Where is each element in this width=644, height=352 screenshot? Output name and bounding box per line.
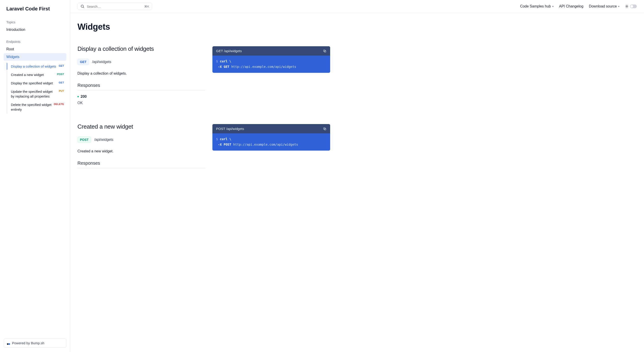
- nav-label: API Changelog: [559, 4, 584, 9]
- code-panel: POST /api/widgets $ curl \ -X POST http:…: [212, 124, 330, 151]
- status-dot-icon: [78, 96, 79, 97]
- endpoint-title: Created a new widget: [78, 123, 205, 130]
- sidebar-subnav: Display a collection of widgets GET Crea…: [7, 62, 66, 114]
- method-tag: PUT: [59, 89, 64, 92]
- nav-label: Code Samples hub: [520, 4, 551, 9]
- endpoint-description: Created a new widget.: [78, 149, 205, 153]
- svg-line-10: [628, 5, 628, 6]
- sidebar-item-widgets[interactable]: Widgets: [4, 53, 66, 61]
- endpoint-path: /api/widgets: [92, 60, 112, 64]
- sun-icon: [625, 5, 628, 8]
- svg-point-2: [626, 6, 627, 7]
- sidebar: Laravel Code First Topics Introduction E…: [0, 0, 70, 352]
- code-header: POST /api/widgets: [212, 124, 330, 133]
- method-badge: POST: [78, 136, 91, 143]
- code-header-text: POST /api/widgets: [216, 127, 244, 131]
- theme-toggle[interactable]: [625, 5, 637, 8]
- svg-point-0: [81, 5, 84, 8]
- response-code: 200: [80, 95, 87, 99]
- header: ⌘K Code Samples hub ▾ API Changelog Down…: [70, 0, 644, 13]
- nav-api-changelog[interactable]: API Changelog: [559, 4, 584, 9]
- powered-by[interactable]: Powered by Bump.sh: [4, 339, 66, 347]
- toggle-track[interactable]: [630, 5, 637, 8]
- endpoint-title: Display a collection of widgets: [78, 45, 205, 52]
- method-tag: GET: [59, 81, 64, 84]
- search-box[interactable]: ⌘K: [78, 3, 152, 10]
- sidebar-subitem-update[interactable]: Update the specified widget by replacing…: [7, 87, 66, 100]
- powered-label: Powered by Bump.sh: [12, 341, 44, 345]
- sidebar-subitem-label: Update the specified widget by replacing…: [11, 89, 59, 99]
- toggle-thumb: [630, 5, 633, 8]
- sidebar-subitem-display-one[interactable]: Display the specified widget GET: [7, 79, 66, 87]
- bump-icon: [7, 341, 10, 345]
- sidebar-item-root[interactable]: Root: [4, 45, 66, 53]
- sidebar-subitem-delete[interactable]: Delete the specified widget entirely DEL…: [7, 100, 66, 114]
- svg-line-6: [628, 7, 628, 8]
- response-text: OK: [78, 101, 205, 105]
- method-badge: GET: [78, 59, 89, 65]
- svg-line-5: [626, 5, 626, 6]
- endpoint-description: Display a collection of widgets.: [78, 71, 205, 76]
- endpoint-path: /api/widgets: [94, 138, 114, 142]
- sidebar-subitem-label: Delete the specified widget entirely: [11, 102, 54, 112]
- responses-heading: Responses: [78, 83, 205, 90]
- svg-line-1: [83, 7, 84, 8]
- endpoints-label: Endpoints: [4, 38, 66, 45]
- chevron-down-icon: ▾: [552, 5, 554, 8]
- nav-download-source[interactable]: Download source ▾: [589, 4, 620, 9]
- code-body[interactable]: $ curl \ -X POST http://api.example.com/…: [212, 133, 330, 151]
- sidebar-item-introduction[interactable]: Introduction: [4, 26, 66, 34]
- svg-line-9: [626, 7, 626, 8]
- search-shortcut: ⌘K: [144, 5, 149, 8]
- sidebar-subitem-label: Created a new widget: [11, 72, 57, 77]
- response-code-row: 200: [78, 95, 205, 99]
- main: ⌘K Code Samples hub ▾ API Changelog Down…: [70, 0, 644, 352]
- topics-label: Topics: [4, 19, 66, 26]
- method-tag: GET: [59, 64, 64, 67]
- method-tag: DELETE: [54, 102, 64, 105]
- sidebar-subitem-create[interactable]: Created a new widget POST: [7, 71, 66, 79]
- sidebar-subitem-label: Display the specified widget: [11, 81, 59, 86]
- search-input[interactable]: [87, 5, 142, 9]
- copy-icon[interactable]: [323, 49, 326, 53]
- content: Widgets Display a collection of widgets …: [70, 13, 338, 200]
- site-title[interactable]: Laravel Code First: [4, 5, 66, 19]
- responses-heading: Responses: [78, 160, 205, 168]
- code-panel: GET /api/widgets $ curl \ -X GET http://…: [212, 46, 330, 73]
- code-header: GET /api/widgets: [212, 46, 330, 56]
- code-header-text: GET /api/widgets: [216, 49, 242, 53]
- endpoint-path-row: POST /api/widgets: [78, 136, 205, 143]
- sidebar-subitem-label: Display a collection of widgets: [11, 64, 59, 69]
- endpoint-path-row: GET /api/widgets: [78, 59, 205, 65]
- nav-code-samples[interactable]: Code Samples hub ▾: [520, 4, 554, 9]
- sidebar-subitem-display-collection[interactable]: Display a collection of widgets GET: [7, 62, 66, 71]
- method-tag: POST: [57, 72, 64, 76]
- endpoint-display-collection: Display a collection of widgets GET /api…: [78, 45, 330, 105]
- search-icon: [80, 4, 84, 9]
- code-body[interactable]: $ curl \ -X GET http://api.example.com/a…: [212, 56, 330, 73]
- page-title: Widgets: [78, 22, 330, 32]
- chevron-down-icon: ▾: [618, 5, 620, 8]
- nav-label: Download source: [589, 4, 617, 9]
- endpoint-create-widget: Created a new widget POST /api/widgets C…: [78, 123, 330, 172]
- copy-icon[interactable]: [323, 127, 326, 131]
